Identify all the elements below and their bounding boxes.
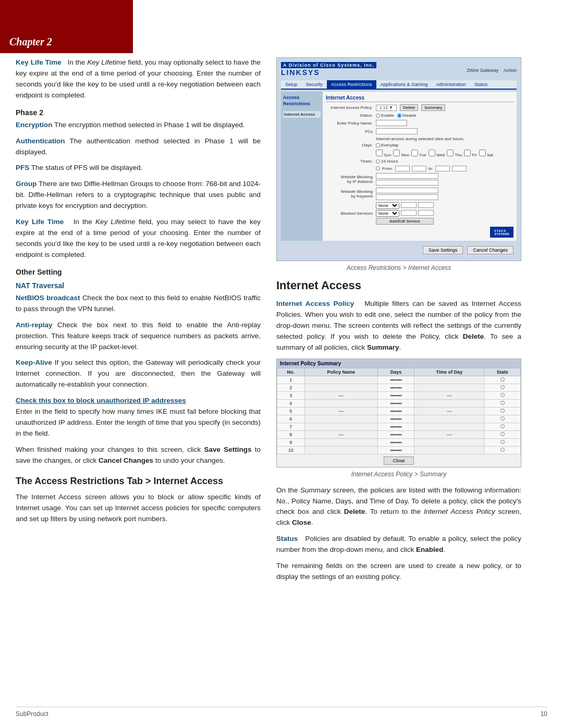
state-radio[interactable] <box>500 448 505 452</box>
router-main: Internet Access Internet Access Policy: … <box>323 92 517 241</box>
tab-setup[interactable]: Setup <box>281 80 302 89</box>
delete-inline2: Delete <box>344 508 365 515</box>
everyday-label: Everyday <box>376 143 398 147</box>
disable-radio[interactable] <box>397 114 401 118</box>
policy-close-btn[interactable]: Close <box>384 456 413 465</box>
right-column: A Division of Cisco Systems, Inc. LINKSY… <box>276 57 521 588</box>
fri-checkbox[interactable] <box>464 150 471 156</box>
website-ip-input2[interactable] <box>376 180 438 186</box>
netbios-term: NetBIOS broadcast <box>16 294 80 302</box>
key-life-time-top-para: Key Life Time In the Key Lifetime field,… <box>16 57 261 101</box>
policy-table: No. Policy Name Days Time of Day State 1… <box>277 368 521 454</box>
summary-inline: Summary <box>367 343 399 351</box>
tab-security[interactable]: Security <box>302 80 327 89</box>
cisco-logo-container: cisco SYSTEMS <box>326 227 513 238</box>
everyday-checkbox[interactable] <box>376 143 380 147</box>
table-row: 5—▪▪▪▪▪▪▪— <box>277 407 521 415</box>
anti-replay-body: Check the box next to this field to enab… <box>16 321 261 351</box>
internet-access-policy-term: Internet Access Policy <box>276 300 354 307</box>
netbios-para: NetBIOS broadcast Check the box next to … <box>16 293 261 315</box>
blocked-services-row: Blocked Services None <box>326 202 513 225</box>
blocked-service-select1[interactable]: None <box>376 202 399 209</box>
website-keyword-input1[interactable] <box>376 188 438 193</box>
tab-status[interactable]: Status <box>470 80 492 89</box>
cancel-changes-term: Cancel Changes <box>99 456 153 464</box>
policy-select[interactable]: 1 13 ▼ <box>376 105 397 111</box>
website-keyword-inputs <box>376 188 438 200</box>
sat-checkbox[interactable] <box>479 150 486 156</box>
footer-left: SubProduct <box>16 710 48 718</box>
24hours-radio[interactable] <box>376 159 380 164</box>
mon-checkbox[interactable] <box>393 150 400 156</box>
status-row: Status: Enable Disable <box>326 113 513 118</box>
close-inline: Close <box>292 519 311 526</box>
tab-access-restrictions[interactable]: Access Restrictions <box>327 80 376 89</box>
policy-name-input[interactable] <box>376 120 407 126</box>
blocked-services-controls: None None <box>376 202 434 225</box>
pfs-para: PFS The status of PFS will be displayed. <box>16 163 261 174</box>
blocked-service-input2[interactable] <box>418 202 434 208</box>
gateway-label: 2Wire Gateway Action <box>467 68 517 73</box>
blocked-service-input1[interactable] <box>401 202 417 208</box>
website-keyword-row: Website Blockingby Keyword <box>326 188 513 200</box>
key-life-time-top-term: Key Life Time <box>16 58 62 66</box>
delete-btn[interactable]: Delete <box>400 104 418 111</box>
state-radio[interactable] <box>500 401 505 405</box>
state-radio[interactable] <box>500 440 505 444</box>
col-no: No. <box>277 368 305 376</box>
page-content: Key Life Time In the Key Lifetime field,… <box>0 0 563 619</box>
table-caption: Internet Access Policy > Summary <box>276 471 521 478</box>
sun-checkbox[interactable] <box>376 150 383 156</box>
blocked-service-select2[interactable]: None <box>376 210 399 217</box>
save-settings-btn[interactable]: Save Settings <box>423 246 463 254</box>
thu-checkbox[interactable] <box>447 150 454 156</box>
state-radio[interactable] <box>500 385 505 389</box>
state-radio[interactable] <box>500 409 505 413</box>
state-radio[interactable] <box>500 377 505 381</box>
tab-applications[interactable]: Applications & Gaming <box>376 80 432 89</box>
wed-checkbox[interactable] <box>429 150 435 156</box>
24hours-label: 24 Hours <box>376 159 398 164</box>
pfs-body: The status of PFS will be displayed. <box>31 164 143 171</box>
sidebar-internet-access[interactable]: Internet Access <box>283 111 321 118</box>
pcs-input[interactable] <box>376 128 418 134</box>
encryption-term: Encryption <box>16 121 53 129</box>
pfs-term: PFS <box>16 164 29 171</box>
policy-row: Internet Access Policy: 1 13 ▼ Delete Su… <box>326 104 513 111</box>
access-restrictions-heading: The Access Restrictions Tab > Internet A… <box>16 476 261 487</box>
table-row: 9▪▪▪▪▪▪▪ <box>277 438 521 446</box>
website-keyword-label: Website Blockingby Keyword <box>326 189 373 199</box>
to-ampm-input[interactable] <box>452 166 467 171</box>
policy-name-row: Enter Policy Name: <box>326 120 513 126</box>
state-radio[interactable] <box>500 432 505 436</box>
enable-radio[interactable] <box>376 114 380 118</box>
cancel-changes-btn[interactable]: Cancel Changes <box>467 246 513 254</box>
tue-checkbox[interactable] <box>411 150 418 156</box>
state-radio[interactable] <box>500 424 505 428</box>
summary-btn[interactable]: Summary <box>421 104 445 111</box>
table-row: 8—▪▪▪▪▪▪▪— <box>277 430 521 438</box>
state-radio[interactable] <box>500 416 505 421</box>
custom-times-radio[interactable] <box>376 166 380 170</box>
to-time-input[interactable] <box>435 166 450 171</box>
website-keyword-input2[interactable] <box>376 194 438 200</box>
blocked-service-input3[interactable] <box>401 210 417 216</box>
keep-alive-term: Keep-Alive <box>16 359 52 366</box>
from-time-input[interactable] <box>395 166 410 171</box>
from-ampm-input[interactable] <box>412 166 426 171</box>
table-row: 7▪▪▪▪▪▪▪ <box>277 423 521 430</box>
summary-body-para: On the Summary screen, the policies are … <box>276 485 521 529</box>
encryption-para: Encryption The encryption method selecte… <box>16 120 261 131</box>
policy-table-box: Internet Policy Summary No. Policy Name … <box>276 359 521 467</box>
table-row: 1▪▪▪▪▪▪▪ <box>277 376 521 384</box>
website-ip-input1[interactable] <box>376 173 438 179</box>
add-edit-service-btn[interactable]: Add/Edit Service <box>376 218 434 225</box>
anti-replay-para: Anti-replay Check the box next to this f… <box>16 320 261 353</box>
pcs-label: PCs <box>326 129 373 134</box>
tab-administration[interactable]: Administration <box>432 80 470 89</box>
blocked-service-input4[interactable] <box>418 210 434 216</box>
check-box-block-term: Check this box to block unauthorized IP … <box>16 397 186 404</box>
state-radio[interactable] <box>500 393 505 397</box>
policy-label: Internet Access Policy: <box>326 105 373 110</box>
page-footer: SubProduct 10 <box>16 707 547 718</box>
